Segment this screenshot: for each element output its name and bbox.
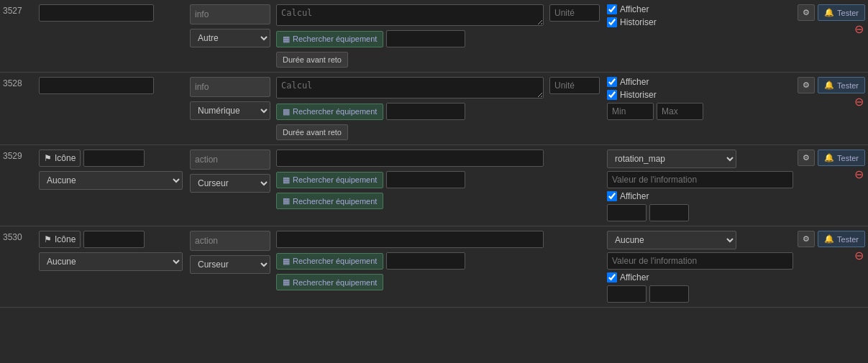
valeur-input-3530[interactable]: Valeur: [386, 252, 465, 270]
gear-btn-3527[interactable]: ⚙: [798, 4, 815, 21]
valeur-input-3529[interactable]: Valeur: [386, 171, 465, 188]
col-calcul-3527: ▦ Rechercher équipement Valeur retour d'…: [273, 0, 547, 72]
valeur-retour-3528[interactable]: Valeur retour d'é: [386, 103, 465, 120]
valeur-info-3530[interactable]: [607, 252, 793, 270]
valeur-retour-3527[interactable]: Valeur retour d'é: [386, 30, 465, 47]
historiser-checkbox-3527[interactable]: [607, 17, 617, 27]
calcul-input-3530[interactable]: centre_x: [276, 231, 544, 248]
row-3527: 3527 coordonnées info Autre ▦ Rechercher…: [0, 0, 868, 73]
gear-btn-3530[interactable]: ⚙: [798, 231, 815, 247]
server-icon2-3530: ▦: [283, 277, 290, 287]
dropdown-select-3529[interactable]: rotation_map: [607, 150, 736, 168]
action-row-3527: ⚙ 🔔 Tester: [798, 4, 865, 21]
type-select-3530[interactable]: Curseur: [190, 255, 270, 274]
afficher-label-3527: Afficher: [620, 4, 649, 14]
calcul-input-3527[interactable]: [276, 4, 544, 26]
col-calcul-3530: centre_x ▦ Rechercher équipement Valeur …: [273, 226, 547, 307]
type-select-3529[interactable]: Curseur: [190, 174, 270, 193]
minus-btn-3528[interactable]: ⊖: [853, 96, 865, 108]
rechercher-btn-3528[interactable]: ▦ Rechercher équipement: [276, 104, 383, 120]
col-name-3528: jeanjean_cleaned_sur: [36, 73, 187, 144]
row-id-3529: 3529: [0, 145, 36, 226]
rechercher-btn-3527[interactable]: ▦ Rechercher équipement: [276, 31, 383, 47]
duree-btn-3527[interactable]: Durée avant reto: [276, 52, 348, 68]
rechercher-btn2-3530[interactable]: ▦ Rechercher équipement: [276, 274, 383, 290]
afficher-row-3530: Afficher: [607, 272, 793, 282]
min-input-3528[interactable]: [607, 103, 654, 120]
col-options-3530: Aucune Afficher 0 40000: [604, 226, 796, 307]
rechercher-btn2-3529[interactable]: ▦ Rechercher équipement: [276, 193, 383, 209]
min-max-row-3528: [607, 103, 793, 120]
historiser-label-3527: Historiser: [620, 17, 657, 27]
action-row-3529: ⚙ 🔔 Tester: [798, 150, 865, 166]
row-3528: 3528 jeanjean_cleaned_sur info Numérique…: [0, 73, 868, 145]
range-min-3530[interactable]: 0: [607, 285, 647, 303]
col-info-3528: info Numérique: [187, 73, 273, 144]
col-info-3527: info Autre: [187, 0, 273, 72]
name-input-3528[interactable]: jeanjean_cleaned_sur: [39, 77, 154, 94]
aucune-select-3530[interactable]: Aucune: [39, 252, 183, 271]
range-min-3529[interactable]: 0: [607, 204, 647, 221]
icone-label-3529: ⚑ Icône: [39, 150, 81, 167]
col-actions-3529: ⚙ 🔔 Tester ⊖: [796, 145, 868, 226]
info-label-3528: info: [190, 77, 270, 97]
dropdown-select-3530[interactable]: Aucune: [607, 231, 736, 249]
col-name-3530: ⚑ Icône Centre X Aucune: [36, 226, 187, 307]
col-calcul-3528: ▦ Rechercher équipement Valeur retour d'…: [273, 73, 547, 144]
server-icon2-3529: ▦: [283, 196, 290, 206]
tester-btn-3527[interactable]: 🔔 Tester: [818, 4, 865, 21]
info-label-3529: action: [190, 150, 270, 170]
historiser-checkbox-3528[interactable]: [607, 90, 617, 100]
flag-icon-3530: ⚑: [44, 234, 52, 244]
unite-input-3528[interactable]: [549, 77, 600, 94]
afficher-checkbox-3530[interactable]: [607, 272, 617, 282]
range-max-3530[interactable]: 40000: [649, 285, 689, 303]
col-calcul-3529: rotation_map ▦ Rechercher équipement Val…: [273, 145, 547, 226]
calcul-input-3528[interactable]: [276, 77, 544, 98]
type-select-3528[interactable]: Numérique: [190, 101, 270, 120]
server-icon-3528: ▦: [283, 107, 290, 116]
max-input-3528[interactable]: [657, 103, 703, 120]
unite-input-3527[interactable]: [549, 4, 600, 22]
afficher-checkbox-3528[interactable]: [607, 77, 617, 87]
col-name-3527: coordonnées: [36, 0, 187, 72]
gear-btn-3529[interactable]: ⚙: [798, 150, 815, 166]
calcul-input-3529[interactable]: rotation_map: [276, 150, 544, 167]
name-input-3530[interactable]: Centre X: [83, 231, 145, 248]
col-info-3529: action Curseur: [187, 145, 273, 226]
action-row-3528: ⚙ 🔔 Tester: [798, 77, 865, 93]
name-input-3529[interactable]: Rotation Map: [83, 150, 145, 167]
valeur-info-3529[interactable]: [607, 171, 793, 188]
rechercher-btn1-3529[interactable]: ▦ Rechercher équipement: [276, 172, 383, 188]
name-input-3527[interactable]: coordonnées: [39, 4, 154, 22]
icone-label-3530: ⚑ Icône: [39, 231, 81, 248]
tester-btn-3530[interactable]: 🔔 Tester: [818, 231, 865, 247]
afficher-row-3528: Afficher: [607, 77, 793, 87]
col-actions-3528: ⚙ 🔔 Tester ⊖: [796, 73, 868, 144]
historiser-row-3528: Historiser: [607, 90, 793, 100]
tester-btn-3528[interactable]: 🔔 Tester: [818, 77, 865, 93]
col-options-3528: Afficher Historiser: [604, 73, 796, 144]
afficher-checkbox-3527[interactable]: [607, 4, 617, 14]
tester-icon-3529: 🔔: [824, 153, 834, 162]
col-info-3530: action Curseur: [187, 226, 273, 307]
col-unite-3530: [547, 226, 604, 307]
minus-btn-3529[interactable]: ⊖: [853, 168, 865, 180]
tester-icon-3530: 🔔: [824, 234, 834, 244]
minus-btn-3530[interactable]: ⊖: [853, 249, 865, 262]
col-actions-3530: ⚙ 🔔 Tester ⊖: [796, 226, 868, 307]
gear-btn-3528[interactable]: ⚙: [798, 77, 815, 93]
aucune-select-3529[interactable]: Aucune: [39, 171, 183, 190]
rechercher-btn1-3530[interactable]: ▦ Rechercher équipement: [276, 253, 383, 270]
tester-btn-3529[interactable]: 🔔 Tester: [818, 150, 865, 166]
afficher-label-3529: Afficher: [620, 191, 649, 201]
row-id-3528: 3528: [0, 73, 36, 144]
range-max-3529[interactable]: 359: [649, 204, 689, 221]
minus-btn-3527[interactable]: ⊖: [853, 23, 865, 35]
col-actions-3527: ⚙ 🔔 Tester ⊖: [796, 0, 868, 72]
type-select-3527[interactable]: Autre: [190, 29, 270, 47]
duree-btn-3528[interactable]: Durée avant reto: [276, 124, 348, 140]
row-3529: 3529 ⚑ Icône Rotation Map Aucune action …: [0, 145, 868, 226]
afficher-checkbox-3529[interactable]: [607, 191, 617, 201]
row-id-3527: 3527: [0, 0, 36, 72]
